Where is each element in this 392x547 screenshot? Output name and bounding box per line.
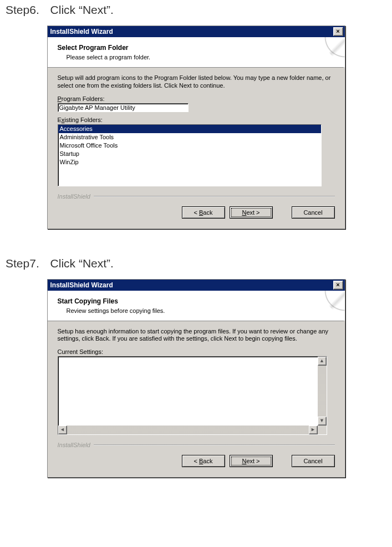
cancel-button[interactable]: Cancel <box>292 206 335 219</box>
footer-separator: InstallShield <box>48 442 345 448</box>
close-icon[interactable]: × <box>333 281 343 290</box>
step6-dialog: InstallShield Wizard × Select Program Fo… <box>47 26 345 229</box>
existing-folders-listbox[interactable]: AccessoriesAdministrative ToolsMicrosoft… <box>58 124 322 186</box>
program-folders-label: Program Folders: <box>58 95 335 102</box>
back-button[interactable]: < Back <box>182 455 225 467</box>
window-title: InstallShield Wizard <box>49 28 113 36</box>
panel-subtitle: Please select a program folder. <box>67 54 337 60</box>
brand-text: InstallShield <box>58 193 90 200</box>
page-curl-decoration <box>314 37 345 68</box>
instruction-text: Setup has enough information to start co… <box>58 328 335 343</box>
list-item[interactable]: Administrative Tools <box>58 133 321 141</box>
footer-separator: InstallShield <box>48 193 345 200</box>
step7-text: Click “Next”. <box>50 257 114 270</box>
step6-text: Click “Next”. <box>50 3 114 16</box>
button-spacer <box>277 455 287 467</box>
header-panel: Select Program Folder Please select a pr… <box>48 37 345 68</box>
horizontal-scrollbar[interactable]: ◄ ► <box>58 426 318 434</box>
button-row: < Back Next > Cancel <box>48 200 345 229</box>
window-title: InstallShield Wizard <box>49 281 113 289</box>
page-curl-decoration <box>314 291 345 322</box>
scroll-left-icon[interactable]: ◄ <box>58 426 67 434</box>
brand-text: InstallShield <box>58 442 90 448</box>
step6-caption: Step6. Click “Next”. <box>6 3 386 17</box>
current-settings-label: Current Settings: <box>58 348 335 355</box>
scroll-right-icon[interactable]: ► <box>309 426 318 434</box>
next-button[interactable]: Next > <box>230 206 273 219</box>
button-spacer <box>277 206 287 219</box>
scroll-track-v[interactable] <box>318 366 327 417</box>
step6-number: Step6. <box>6 3 39 16</box>
step7-number: Step7. <box>6 257 39 270</box>
scroll-track-h[interactable] <box>67 426 309 434</box>
list-item[interactable]: Accessories <box>58 125 321 133</box>
list-item[interactable]: Startup <box>58 150 321 158</box>
titlebar: InstallShield Wizard × <box>48 26 345 37</box>
list-item[interactable]: WinZip <box>58 158 321 166</box>
back-button[interactable]: < Back <box>182 206 225 219</box>
program-folder-input[interactable] <box>58 103 189 112</box>
separator-line <box>94 196 335 197</box>
existing-folders-label: Existing Folders: <box>58 117 335 123</box>
cancel-button[interactable]: Cancel <box>292 455 335 467</box>
titlebar: InstallShield Wizard × <box>48 280 345 291</box>
close-icon[interactable]: × <box>333 27 343 36</box>
scroll-up-icon[interactable]: ▲ <box>318 357 327 366</box>
body-panel: Setup will add program icons to the Prog… <box>48 68 345 190</box>
vertical-scrollbar[interactable]: ▲ ▼ <box>318 357 327 426</box>
current-settings-box[interactable]: ▲ ▼ ◄ ► <box>58 356 327 435</box>
panel-title: Select Program Folder <box>58 44 337 52</box>
scroll-corner <box>318 426 327 434</box>
body-panel: Setup has enough information to start co… <box>48 321 345 439</box>
step7-caption: Step7. Click “Next”. <box>6 257 386 270</box>
instruction-text: Setup will add program icons to the Prog… <box>58 74 335 90</box>
step7-dialog: InstallShield Wizard × Start Copying Fil… <box>47 279 345 478</box>
scroll-down-icon[interactable]: ▼ <box>318 417 327 426</box>
separator-line <box>94 444 335 445</box>
list-item[interactable]: Microsoft Office Tools <box>58 141 321 150</box>
panel-subtitle: Review settings before copying files. <box>67 307 337 314</box>
header-panel: Start Copying Files Review settings befo… <box>48 291 345 321</box>
panel-title: Start Copying Files <box>58 297 337 305</box>
button-row: < Back Next > Cancel <box>48 448 345 477</box>
next-button[interactable]: Next > <box>230 455 273 467</box>
